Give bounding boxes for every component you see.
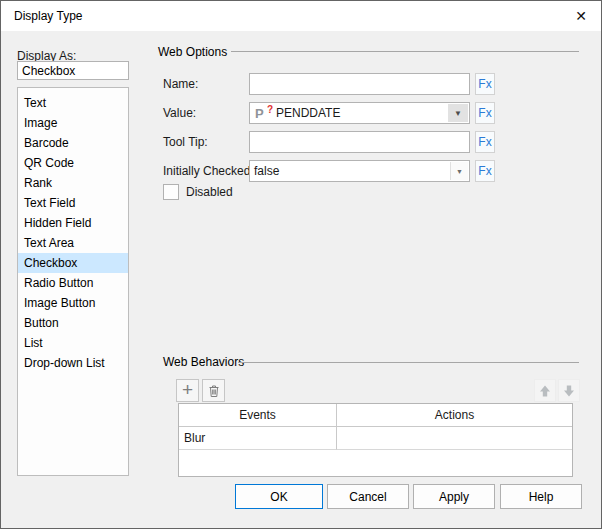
value-dropdown-text: PENDDATE [276,106,340,120]
table-empty-row [179,450,572,476]
actions-column-header[interactable]: Actions [337,404,572,427]
initially-checked-label: Initially Checked: [163,160,254,182]
move-up-button[interactable] [534,379,556,402]
web-behaviors-title: Web Behaviors [163,355,244,369]
chevron-down-icon[interactable]: ▼ [450,162,468,180]
trash-icon [207,384,221,398]
list-item-barcode[interactable]: Barcode [18,133,128,153]
ok-button[interactable]: OK [235,484,323,509]
disabled-checkbox[interactable] [163,184,179,200]
behaviors-table: Events Actions Blur [178,403,573,477]
chevron-down-icon[interactable]: ▼ [448,104,468,122]
up-arrow-icon [538,384,552,398]
help-button[interactable]: Help [500,484,582,509]
apply-button[interactable]: Apply [413,484,495,509]
name-label: Name: [163,73,198,95]
tooltip-label: Tool Tip: [163,131,208,153]
delete-behavior-button[interactable] [202,379,225,402]
display-type-dialog: Display Type ✕ Display As: Text Image Ba… [0,0,602,529]
list-item-button[interactable]: Button [18,313,128,333]
parameter-icon: P? [255,106,271,121]
web-behaviors-divider [238,362,579,363]
tooltip-fx-button[interactable]: Fx [475,131,495,153]
list-item-list[interactable]: List [18,333,128,353]
action-cell[interactable] [337,427,572,450]
web-options-title: Web Options [158,45,227,59]
cancel-button[interactable]: Cancel [327,484,409,509]
initially-checked-fx-button[interactable]: Fx [475,160,495,182]
dialog-title: Display Type [14,9,82,23]
value-fx-button[interactable]: Fx [475,102,495,124]
event-cell[interactable]: Blur [179,427,337,450]
list-item-text-area[interactable]: Text Area [18,233,128,253]
add-behavior-button[interactable]: + [176,379,199,402]
value-dropdown[interactable]: P? PENDDATE ▼ [249,102,470,124]
display-type-list: Text Image Barcode QR Code Rank Text Fie… [17,87,129,476]
web-options-divider [231,51,579,52]
name-fx-button[interactable]: Fx [475,73,495,95]
display-as-input[interactable] [17,61,129,80]
titlebar: Display Type [1,1,601,31]
list-item-qr-code[interactable]: QR Code [18,153,128,173]
table-row[interactable]: Blur [179,427,572,450]
list-item-hidden-field[interactable]: Hidden Field [18,213,128,233]
list-item-text-field[interactable]: Text Field [18,193,128,213]
list-item-radio-button[interactable]: Radio Button [18,273,128,293]
list-item-image-button[interactable]: Image Button [18,293,128,313]
behaviors-table-header: Events Actions [179,404,572,427]
close-icon[interactable]: ✕ [563,1,599,30]
list-item-checkbox[interactable]: Checkbox [18,253,128,273]
move-down-button[interactable] [558,379,580,402]
list-item-drop-down-list[interactable]: Drop-down List [18,353,128,373]
down-arrow-icon [562,384,576,398]
tooltip-input[interactable] [249,131,470,153]
plus-icon: + [182,380,193,399]
initially-checked-dropdown[interactable]: false ▼ [249,160,470,182]
initially-checked-dropdown-text: false [254,164,279,178]
list-item-image[interactable]: Image [18,113,128,133]
list-item-rank[interactable]: Rank [18,173,128,193]
name-input[interactable] [249,73,470,95]
disabled-checkbox-label: Disabled [186,185,233,199]
list-item-text[interactable]: Text [18,93,128,113]
events-column-header[interactable]: Events [179,404,337,427]
value-label: Value: [163,102,196,124]
